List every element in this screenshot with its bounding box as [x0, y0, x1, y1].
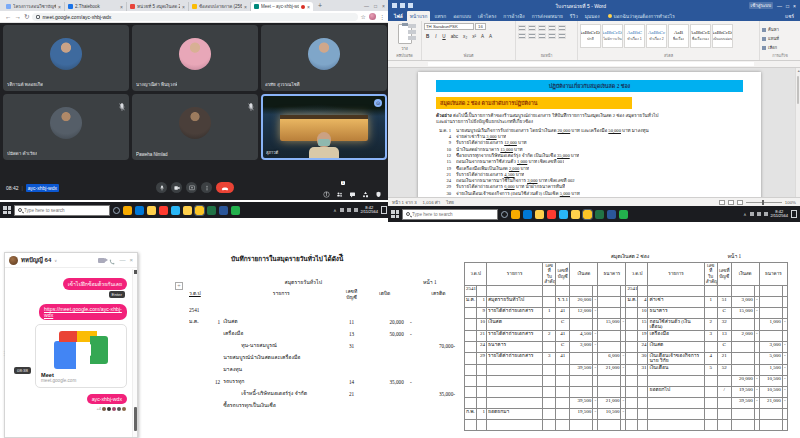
ribbon-tab[interactable]: หน้าแรก	[407, 11, 431, 21]
taskbar-clock[interactable]: 8:422/11/2564	[771, 210, 789, 219]
chat-minimize-icon[interactable]: —	[119, 257, 125, 263]
browser-tab[interactable]: โครงการสอนวิชาบัญชีเบื้องต้น ×	[3, 2, 65, 11]
taskbar-app-icon[interactable]	[219, 206, 228, 215]
start-button-icon[interactable]	[3, 206, 11, 214]
zoom-level[interactable]: 100%	[785, 200, 796, 205]
table-handle-icon[interactable]: +	[175, 282, 183, 290]
tab-close-icon[interactable]: ×	[244, 4, 247, 10]
word-maximize-button[interactable]: □	[786, 3, 789, 9]
font-style-button[interactable]: A	[487, 32, 494, 39]
taskbar-app-icon[interactable]	[511, 210, 520, 219]
tray-up-icon[interactable]: ∧	[743, 212, 746, 217]
taskbar-app-icon[interactable]	[183, 206, 192, 215]
chevron-down-icon[interactable]: ∨	[54, 258, 57, 263]
drag-handle-icon[interactable]: ⋮	[1, 349, 7, 356]
ribbon-tab[interactable]: รีวิว	[567, 11, 581, 21]
align-right-icon[interactable]	[538, 33, 546, 39]
taskbar-clock[interactable]: 8:422/11/2564	[361, 206, 379, 215]
align-left-icon[interactable]	[518, 33, 526, 39]
chat-avatar[interactable]	[9, 256, 18, 265]
word-minimize-button[interactable]: —	[777, 3, 782, 9]
font-style-button[interactable]: B	[424, 32, 431, 39]
indent-icon[interactable]	[548, 25, 556, 31]
font-style-button[interactable]: U	[440, 32, 447, 39]
shading-icon[interactable]	[558, 33, 566, 39]
copy-icon[interactable]	[408, 30, 416, 34]
taskbar-app-icon[interactable]	[159, 206, 168, 215]
chat-close-icon[interactable]: ×	[129, 257, 133, 263]
style-card[interactable]: AaBbCcDd เน้นแบบอ่อน	[712, 24, 733, 48]
browser-menu-icon[interactable]: ⋮	[379, 13, 385, 20]
tab-close-icon[interactable]: ×	[307, 4, 310, 10]
phone-call-icon[interactable]	[109, 251, 115, 269]
taskbar-app-icon[interactable]	[559, 210, 568, 219]
font-size-select[interactable]: 16	[475, 23, 486, 30]
quick-access-toolbar[interactable]	[392, 3, 413, 8]
battery-icon[interactable]	[354, 208, 358, 212]
taskbar-app-icon[interactable]	[147, 206, 156, 215]
taskbar-search[interactable]	[402, 209, 498, 220]
taskbar-app-icon[interactable]	[123, 206, 132, 215]
meeting-code[interactable]: ayc-xhbj-wdx	[26, 184, 59, 192]
font-style-button[interactable]: A	[479, 32, 486, 39]
ribbon-tab[interactable]: การส่งจดหมาย	[529, 11, 566, 21]
style-card[interactable]: AaBbC หัวเรื่อง 1	[624, 24, 645, 48]
tell-me-box[interactable]: บอกฉันว่าคุณต้องการทำอะไร	[604, 11, 679, 21]
back-icon[interactable]: ←	[5, 13, 12, 20]
share-button[interactable]: แชร์	[782, 11, 797, 21]
taskbar-app-icon[interactable]	[583, 210, 592, 219]
reload-icon[interactable]: ↻	[24, 13, 29, 21]
sort-icon[interactable]	[558, 25, 566, 31]
scroll-thumb[interactable]	[797, 76, 799, 104]
profile-avatar[interactable]	[369, 13, 376, 20]
word-close-button[interactable]: ×	[793, 3, 796, 9]
style-card[interactable]: AaBbCc หัวเรื่อง 2	[646, 24, 667, 48]
activities-icon[interactable]	[362, 184, 369, 191]
info-icon[interactable]	[323, 184, 330, 191]
taskbar-app-icon[interactable]	[595, 210, 604, 219]
font-name-select[interactable]: TH SarabunPSK	[424, 23, 474, 30]
chat-link-bubble[interactable]: https://meet.google.com/ayc-xhbj-wdx	[39, 304, 127, 320]
language-indicator[interactable]: ไทย	[446, 199, 454, 206]
font-style-button[interactable]: I	[432, 32, 439, 39]
window-maximize-button[interactable]: □	[374, 3, 377, 9]
browser-tab[interactable]: หน่วยที่ 5 สมุดเงินสด 2 ช่อง ×	[127, 2, 189, 11]
taskbar-app-icon[interactable]	[523, 210, 532, 219]
sign-in-button[interactable]: เข้าสู่ระบบ	[749, 2, 773, 9]
ribbon-tab[interactable]: แทรก	[431, 11, 449, 21]
network-icon[interactable]	[340, 208, 344, 212]
tab-close-icon[interactable]: ×	[120, 4, 123, 10]
mic-button[interactable]	[156, 182, 167, 193]
taskbar-search[interactable]	[14, 205, 110, 216]
address-bar[interactable]	[32, 13, 357, 21]
web-layout-icon[interactable]	[737, 200, 743, 205]
font-style-button[interactable]: x₂	[461, 32, 469, 39]
notification-icon[interactable]	[791, 210, 797, 218]
taskbar-app-icon[interactable]	[195, 206, 204, 215]
scroll-thumb[interactable]	[134, 407, 137, 431]
host-controls-icon[interactable]	[375, 184, 382, 191]
search-input[interactable]	[24, 208, 106, 213]
taskbar-app-icon[interactable]	[535, 210, 544, 219]
pin-icon[interactable]: ⊙	[374, 99, 382, 107]
align-center-icon[interactable]	[528, 33, 536, 39]
taskbar-app-icon[interactable]	[171, 206, 180, 215]
font-style-button[interactable]: x²	[470, 32, 478, 39]
word-count[interactable]: 1,016 คำ	[423, 199, 441, 206]
chat-scrollbar[interactable]	[132, 269, 137, 437]
end-call-button[interactable]	[216, 182, 234, 193]
taskbar-app-icon[interactable]	[619, 210, 628, 219]
url-input[interactable]	[42, 13, 353, 21]
taskbar-app-icon[interactable]	[207, 206, 216, 215]
browser-tab[interactable]: Meet – ayc-xhbj-wdx ×	[251, 2, 313, 11]
editing-command[interactable]: แทนที่	[762, 35, 798, 42]
volume-icon[interactable]	[347, 208, 351, 212]
tray-up-icon[interactable]: ∧	[333, 208, 336, 213]
taskbar-app-icon[interactable]	[135, 206, 144, 215]
scroll-up-icon[interactable]	[134, 270, 137, 274]
taskbar-app-icon[interactable]	[571, 210, 580, 219]
ribbon-tab[interactable]: ไฟล์	[391, 11, 406, 21]
font-style-button[interactable]: abc	[449, 32, 460, 39]
camera-button[interactable]	[171, 182, 182, 193]
browser-tab[interactable]: 2.Thaiebook ×	[65, 2, 127, 11]
